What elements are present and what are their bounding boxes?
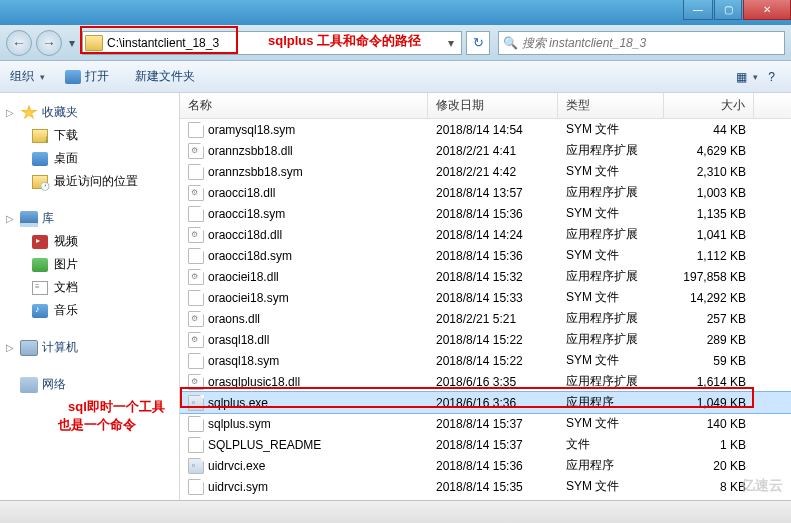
sidebar-favorites[interactable]: ▷收藏夹 (0, 101, 179, 124)
file-name: orannzsbb18.dll (208, 144, 293, 158)
file-date: 2018/2/21 4:42 (428, 165, 558, 179)
col-name[interactable]: 名称 (180, 93, 428, 118)
file-type: 应用程序扩展 (558, 184, 664, 201)
file-row[interactable]: uidrvci.sym2018/8/14 15:35SYM 文件8 KB (180, 476, 791, 497)
search-box[interactable]: 🔍 (498, 31, 785, 55)
file-name: oraocci18d.dll (208, 228, 282, 242)
file-size: 289 KB (664, 333, 754, 347)
file-size: 59 KB (664, 354, 754, 368)
file-list[interactable]: 名称 修改日期 类型 大小 oramysql18.sym2018/8/14 14… (180, 93, 791, 500)
new-folder-button[interactable]: 新建文件夹 (135, 68, 201, 85)
file-row[interactable]: orannzsbb18.dll2018/2/21 4:41应用程序扩展4,629… (180, 140, 791, 161)
file-date: 2018/6/16 3:36 (428, 396, 558, 410)
file-name: oramysql18.sym (208, 123, 295, 137)
sidebar-item[interactable]: 下载 (0, 124, 179, 147)
sidebar-item-label: 图片 (54, 256, 78, 273)
search-input[interactable] (522, 36, 780, 50)
file-size: 1,614 KB (664, 375, 754, 389)
file-row[interactable]: oraocci18.sym2018/8/14 15:36SYM 文件1,135 … (180, 203, 791, 224)
file-icon (188, 185, 204, 201)
sidebar-item[interactable]: 文档 (0, 276, 179, 299)
annotation-label-side2: 也是一个命令 (58, 416, 136, 434)
file-type: SYM 文件 (558, 415, 664, 432)
sidebar-item[interactable]: 图片 (0, 253, 179, 276)
view-button[interactable]: ▦ (736, 70, 758, 84)
file-icon (188, 311, 204, 327)
file-size: 1,003 KB (664, 186, 754, 200)
sidebar-item[interactable]: 桌面 (0, 147, 179, 170)
sidebar-item[interactable]: 最近访问的位置 (0, 170, 179, 193)
sidebar-computer[interactable]: ▷计算机 (0, 336, 179, 359)
help-button[interactable]: ? (768, 70, 781, 84)
file-name: oraociei18.dll (208, 270, 279, 284)
content-area: ▷收藏夹 下载桌面最近访问的位置 ▷库 视频图片文档音乐 ▷计算机 网络 名称 … (0, 93, 791, 500)
mus-icon (32, 304, 48, 318)
doc-icon (32, 281, 48, 295)
file-size: 20 KB (664, 459, 754, 473)
file-size: 44 KB (664, 123, 754, 137)
toolbar: 组织 打开 新建文件夹 ▦ ? (0, 61, 791, 93)
organize-button[interactable]: 组织 (10, 68, 45, 85)
file-icon (188, 290, 204, 306)
star-icon (20, 105, 38, 121)
file-size: 257 KB (664, 312, 754, 326)
history-dropdown[interactable]: ▾ (66, 36, 78, 50)
statusbar (0, 500, 791, 523)
file-size: 14,292 KB (664, 291, 754, 305)
file-name: sqlplus.exe (208, 396, 268, 410)
file-size: 4,629 KB (664, 144, 754, 158)
file-row[interactable]: sqlplus.exe2018/6/16 3:36应用程序1,049 KB (180, 392, 791, 413)
close-button[interactable]: ✕ (743, 0, 791, 20)
file-icon (188, 227, 204, 243)
file-type: 应用程序扩展 (558, 331, 664, 348)
file-row[interactable]: sqlplus.sym2018/8/14 15:37SYM 文件140 KB (180, 413, 791, 434)
file-row[interactable]: oraociei18.dll2018/8/14 15:32应用程序扩展197,8… (180, 266, 791, 287)
file-name: oraocci18.dll (208, 186, 275, 200)
file-row[interactable]: orannzsbb18.sym2018/2/21 4:42SYM 文件2,310… (180, 161, 791, 182)
file-row[interactable]: orasql18.dll2018/8/14 15:22应用程序扩展289 KB (180, 329, 791, 350)
file-type: 应用程序扩展 (558, 268, 664, 285)
file-row[interactable]: orasql18.sym2018/8/14 15:22SYM 文件59 KB (180, 350, 791, 371)
file-type: 应用程序 (558, 394, 664, 411)
col-type[interactable]: 类型 (558, 93, 664, 118)
network-icon (20, 377, 38, 393)
file-type: SYM 文件 (558, 352, 664, 369)
file-row[interactable]: oraocci18d.dll2018/8/14 14:24应用程序扩展1,041… (180, 224, 791, 245)
forward-button[interactable]: → (36, 30, 62, 56)
sidebar-libraries[interactable]: ▷库 (0, 207, 179, 230)
file-row[interactable]: SQLPLUS_README2018/8/14 15:37文件1 KB (180, 434, 791, 455)
file-row[interactable]: oraons.dll2018/2/21 5:21应用程序扩展257 KB (180, 308, 791, 329)
open-label: 打开 (85, 68, 109, 85)
file-icon (188, 395, 204, 411)
file-name: uidrvci.sym (208, 480, 268, 494)
library-icon (20, 211, 38, 227)
col-date[interactable]: 修改日期 (428, 93, 558, 118)
titlebar: — ▢ ✕ (0, 0, 791, 25)
file-type: 文件 (558, 436, 664, 453)
pic-icon (32, 258, 48, 272)
file-type: 应用程序扩展 (558, 373, 664, 390)
open-button[interactable]: 打开 (65, 68, 115, 85)
path-dropdown-icon[interactable]: ▾ (443, 36, 459, 50)
file-row[interactable]: oraocci18.dll2018/8/14 13:57应用程序扩展1,003 … (180, 182, 791, 203)
file-row[interactable]: uidrvci.exe2018/8/14 15:36应用程序20 KB (180, 455, 791, 476)
file-icon (188, 458, 204, 474)
col-size[interactable]: 大小 (664, 93, 754, 118)
maximize-button[interactable]: ▢ (714, 0, 742, 20)
file-date: 2018/8/14 15:32 (428, 270, 558, 284)
sidebar-item[interactable]: 音乐 (0, 299, 179, 322)
sidebar-item[interactable]: 视频 (0, 230, 179, 253)
back-button[interactable]: ← (6, 30, 32, 56)
dl-icon (32, 129, 48, 143)
refresh-button[interactable]: ↻ (466, 31, 490, 55)
minimize-button[interactable]: — (683, 0, 713, 20)
file-row[interactable]: oraociei18.sym2018/8/14 15:33SYM 文件14,29… (180, 287, 791, 308)
file-row[interactable]: orasqlplusic18.dll2018/6/16 3:35应用程序扩展1,… (180, 371, 791, 392)
sidebar-network[interactable]: 网络 (0, 373, 179, 396)
file-date: 2018/8/14 15:37 (428, 417, 558, 431)
sidebar-item-label: 最近访问的位置 (54, 173, 138, 190)
file-row[interactable]: oramysql18.sym2018/8/14 14:54SYM 文件44 KB (180, 119, 791, 140)
file-icon (188, 332, 204, 348)
file-row[interactable]: oraocci18d.sym2018/8/14 15:36SYM 文件1,112… (180, 245, 791, 266)
file-type: SYM 文件 (558, 205, 664, 222)
